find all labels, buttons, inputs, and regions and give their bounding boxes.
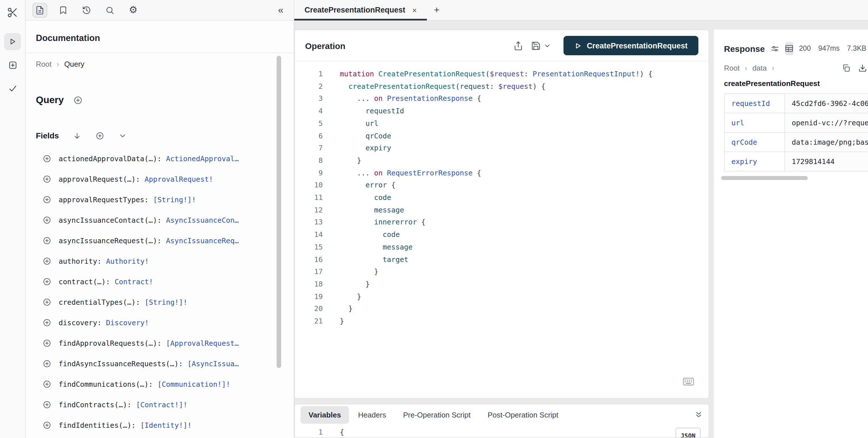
fields-menu-chevron-icon[interactable] bbox=[119, 131, 127, 140]
response-value[interactable]: data:image/png;base6… bbox=[785, 133, 868, 152]
documentation-toggle-button[interactable] bbox=[32, 3, 47, 18]
breadcrumb-root[interactable]: Root bbox=[36, 60, 52, 68]
field-type-link[interactable]: AsyncIssuanceReq… bbox=[166, 236, 239, 245]
new-tab-button[interactable]: + bbox=[427, 0, 446, 20]
add-field-to-operation-icon[interactable] bbox=[43, 236, 51, 245]
request-tab-headers[interactable]: Headers bbox=[350, 406, 394, 424]
code-line[interactable]: 21} bbox=[295, 315, 709, 327]
code-line[interactable]: 3 ... on PresentationResponse { bbox=[295, 92, 709, 105]
add-field-to-operation-icon[interactable] bbox=[43, 257, 51, 265]
doc-field-row[interactable]: findIssuances(…):[Issuance!]! bbox=[36, 435, 294, 438]
doc-field-row[interactable]: asyncIssuanceRequest(…):AsyncIssuanceReq… bbox=[36, 230, 294, 251]
code-line[interactable]: 18 } bbox=[295, 278, 709, 290]
code-line[interactable]: 19 } bbox=[295, 290, 709, 302]
run-operation-button[interactable]: CreatePresentationRequest bbox=[563, 36, 699, 55]
code-line[interactable]: 15 message bbox=[295, 241, 709, 253]
share-button[interactable] bbox=[514, 41, 523, 50]
field-type-link[interactable]: Discovery! bbox=[106, 318, 149, 327]
request-tab-post-operation-script[interactable]: Post-Operation Script bbox=[480, 406, 567, 424]
code-line[interactable]: 8 } bbox=[295, 154, 709, 167]
response-value[interactable]: openid-vc://?request_u… bbox=[785, 113, 868, 133]
doc-field-row[interactable]: findAsyncIssuanceRequests(…):[AsyncIssua… bbox=[36, 353, 294, 374]
code-line[interactable]: 1mutation CreatePresentationRequest($req… bbox=[295, 68, 709, 80]
response-value[interactable]: 1729814144 bbox=[785, 152, 868, 171]
settings-button[interactable]: ⚙ bbox=[126, 3, 141, 18]
search-button[interactable] bbox=[102, 3, 117, 18]
history-button[interactable] bbox=[79, 3, 94, 18]
field-type-link[interactable]: [ApprovalRequest… bbox=[166, 339, 239, 347]
save-options-chevron-icon[interactable] bbox=[544, 42, 551, 49]
code-line[interactable]: 6 qrCode bbox=[295, 129, 709, 142]
add-field-to-operation-icon[interactable] bbox=[43, 154, 51, 163]
response-breadcrumb-data[interactable]: data bbox=[752, 64, 767, 72]
breadcrumb-query[interactable]: Query bbox=[64, 60, 85, 68]
add-field-to-operation-icon[interactable] bbox=[43, 215, 51, 224]
code-line[interactable]: 2 createPresentationRequest(request: $re… bbox=[295, 80, 709, 92]
add-field-to-operation-icon[interactable] bbox=[43, 359, 51, 368]
field-type-link[interactable]: ActionedApproval… bbox=[166, 154, 239, 163]
request-tab-variables[interactable]: Variables bbox=[301, 406, 349, 424]
field-type-link[interactable]: Contract! bbox=[115, 277, 153, 286]
collapse-panel-button[interactable]: « bbox=[275, 4, 287, 16]
doc-field-row[interactable]: findIdentities(…):[Identity!]! bbox=[36, 415, 294, 435]
table-view-button[interactable] bbox=[785, 42, 793, 55]
sort-fields-icon[interactable] bbox=[73, 131, 82, 140]
code-line[interactable]: 12 message bbox=[295, 204, 709, 216]
code-line[interactable]: 16 target bbox=[295, 253, 709, 265]
doc-field-row[interactable]: approvalRequestTypes:[String!]! bbox=[36, 189, 294, 210]
sidebar-run-collection-button[interactable] bbox=[4, 33, 21, 50]
docs-scrollbar[interactable] bbox=[277, 56, 281, 368]
tab-create-presentation-request[interactable]: CreatePresentationRequest × bbox=[294, 0, 427, 20]
code-line[interactable]: 7 expiry bbox=[295, 142, 709, 154]
copy-response-button[interactable] bbox=[841, 64, 850, 72]
field-type-link[interactable]: Authority! bbox=[106, 257, 149, 265]
code-line[interactable]: 9 ... on RequestErrorResponse { bbox=[295, 167, 709, 179]
add-field-to-operation-icon[interactable] bbox=[43, 277, 51, 286]
doc-field-row[interactable]: credentialTypes(…):[String!]! bbox=[36, 292, 294, 312]
add-field-to-operation-icon[interactable] bbox=[43, 400, 51, 409]
collapse-section-icon[interactable] bbox=[694, 410, 703, 419]
doc-field-row[interactable]: findCommunications(…):[Communication!]! bbox=[36, 374, 294, 394]
doc-field-row[interactable]: authority:Authority! bbox=[36, 251, 294, 271]
sidebar-new-item-button[interactable] bbox=[4, 56, 21, 74]
add-field-to-operation-icon[interactable] bbox=[43, 195, 51, 204]
response-breadcrumb-root[interactable]: Root bbox=[724, 64, 740, 72]
code-line[interactable]: 20 } bbox=[295, 303, 709, 315]
doc-field-row[interactable]: contract(…):Contract! bbox=[36, 271, 294, 292]
download-json-button[interactable]: JSON bbox=[858, 64, 868, 72]
doc-field-row[interactable]: asyncIssuanceContact(…):AsyncIssuanceCon… bbox=[36, 210, 294, 230]
response-h-scrollbar[interactable] bbox=[721, 176, 808, 180]
code-line[interactable]: 10 error { bbox=[295, 179, 709, 192]
add-field-to-operation-icon[interactable] bbox=[43, 339, 51, 347]
add-field-to-operation-icon[interactable] bbox=[43, 318, 51, 327]
response-filter-icon[interactable] bbox=[770, 44, 779, 53]
code-line[interactable]: 4 requestId bbox=[295, 105, 709, 117]
code-line[interactable]: 1{ bbox=[295, 426, 709, 438]
doc-field-row[interactable]: actionedApprovalData(…):ActionedApproval… bbox=[36, 148, 294, 169]
close-tab-icon[interactable]: × bbox=[412, 5, 416, 14]
operation-code-editor[interactable]: 1mutation CreatePresentationRequest($req… bbox=[295, 61, 709, 398]
keyboard-shortcuts-icon[interactable] bbox=[683, 378, 694, 386]
code-line[interactable]: 14 code bbox=[295, 228, 709, 241]
bookmarks-button[interactable] bbox=[56, 3, 70, 18]
doc-field-row[interactable]: findContracts(…):[Contract!]! bbox=[36, 394, 294, 415]
sidebar-checks-button[interactable] bbox=[4, 80, 21, 97]
code-line[interactable]: 11 code bbox=[295, 192, 709, 204]
add-field-to-operation-icon[interactable] bbox=[43, 420, 51, 429]
add-field-to-operation-icon[interactable] bbox=[43, 298, 51, 306]
field-type-link[interactable]: ApprovalRequest! bbox=[145, 175, 213, 183]
response-key[interactable]: url bbox=[724, 113, 785, 133]
field-type-link[interactable]: [Identity!]! bbox=[140, 420, 192, 429]
add-all-fields-icon[interactable] bbox=[96, 131, 104, 140]
request-tab-pre-operation-script[interactable]: Pre-Operation Script bbox=[395, 406, 479, 424]
response-value[interactable]: 45cd2fd6-3962-4c06-… bbox=[785, 94, 868, 113]
save-button[interactable] bbox=[531, 41, 541, 50]
field-type-link[interactable]: [Contract!]! bbox=[136, 400, 188, 409]
response-key[interactable]: expiry bbox=[724, 152, 785, 171]
add-to-operation-icon[interactable] bbox=[73, 96, 83, 105]
add-field-to-operation-icon[interactable] bbox=[43, 380, 51, 388]
doc-field-row[interactable]: discovery:Discovery! bbox=[36, 312, 294, 332]
doc-field-row[interactable]: findApprovalRequests(…):[ApprovalRequest… bbox=[36, 332, 294, 353]
variables-editor[interactable]: JSON 1{2 "request": { bbox=[295, 425, 709, 438]
field-type-link[interactable]: [String!]! bbox=[153, 195, 196, 204]
